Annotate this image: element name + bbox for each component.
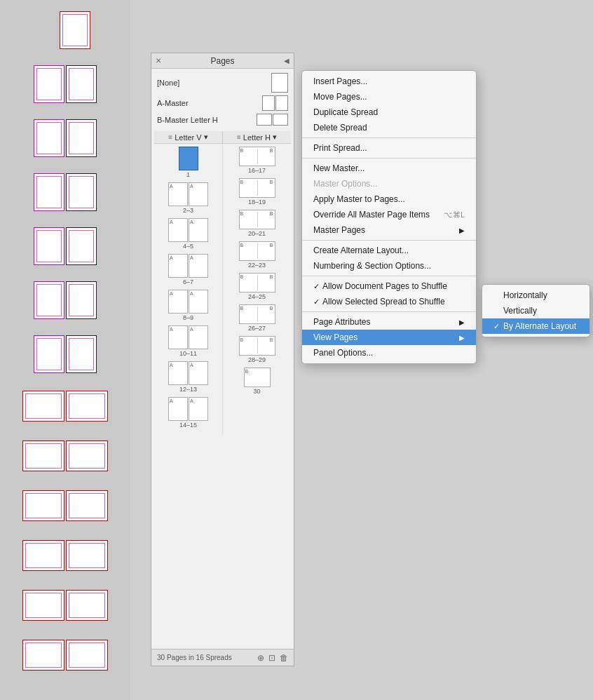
page-spread-18-19[interactable]: B B (239, 178, 275, 198)
spread-1[interactable]: 1 (179, 147, 198, 178)
context-menu: Insert Pages... Move Pages... Duplicate … (301, 70, 477, 364)
page-8[interactable]: A (168, 290, 188, 314)
panel-titlebar: ✕ Pages ◀ (151, 53, 294, 69)
new-page-icon[interactable]: ⊕ (257, 653, 264, 663)
footer-text: 30 Pages in 16 Spreads (157, 654, 232, 661)
master-none[interactable]: [None] (154, 72, 291, 94)
thumb-item[interactable] (3, 4, 127, 56)
page-5[interactable]: A (189, 218, 208, 242)
page-2[interactable]: A (168, 182, 188, 206)
spread-24-25[interactable]: B B 24–25 (239, 273, 275, 300)
page-30[interactable]: B (244, 368, 271, 387)
thumb-item[interactable] (3, 274, 127, 326)
submenu-by-alternate-layout[interactable]: ✓ By Alternate Layout (482, 318, 589, 334)
menu-create-alternate[interactable]: Create Alternate Layout... (302, 243, 476, 258)
thumb-item[interactable] (3, 581, 127, 629)
submenu-horizontally[interactable]: Horizontally (482, 288, 589, 303)
thumb-item[interactable] (3, 220, 127, 272)
menu-new-master[interactable]: New Master... (302, 161, 476, 176)
thumb-item[interactable] (3, 58, 127, 110)
menu-view-pages[interactable]: View Pages ▶ (302, 330, 476, 345)
thumb-item[interactable] (3, 532, 127, 579)
submenu-vertically[interactable]: Vertically (482, 303, 589, 318)
menu-move-pages[interactable]: Move Pages... (302, 89, 476, 105)
sep-3 (302, 240, 476, 241)
pages-col-right: B B 16–17 B B 18–1 (223, 144, 291, 434)
menu-override-master[interactable]: Override All Master Page Items ⌥⌘L (302, 207, 476, 222)
spread-22-23[interactable]: B B 22–23 (239, 241, 275, 269)
col-headers: ≡ Letter V ▾ ≡ Letter H ▾ (154, 131, 291, 144)
page-13[interactable]: A (189, 361, 208, 385)
thumb-item[interactable] (3, 382, 127, 430)
page-spread-24-25[interactable]: B B (239, 273, 275, 292)
thumbnail-panel (0, 0, 130, 700)
thumb-item[interactable] (3, 112, 127, 164)
col-left-label: Letter V (175, 133, 202, 142)
footer-icons: ⊕ ⊡ 🗑 (257, 653, 288, 663)
page-10[interactable]: A (168, 325, 188, 349)
spread-12-13[interactable]: A A 12–13 (168, 361, 208, 393)
master-thumb-a (262, 95, 288, 111)
menu-numbering-section[interactable]: Numbering & Section Options... (302, 258, 476, 274)
spread-10-11[interactable]: A A 10–11 (168, 325, 208, 357)
spread-28-29[interactable]: B B 28–29 (239, 336, 275, 363)
page-12[interactable]: A (168, 361, 188, 385)
thumb-item[interactable] (3, 166, 127, 218)
spread-4-5[interactable]: A A 4–5 (168, 218, 208, 250)
spread-8-9[interactable]: A A 8–9 (168, 290, 208, 321)
menu-insert-pages[interactable]: Insert Pages... (302, 74, 476, 89)
col-right-dropdown[interactable]: ▾ (273, 133, 277, 142)
panel-close-btn[interactable]: ✕ (156, 57, 161, 65)
spread-30[interactable]: B 30 (244, 368, 271, 395)
page-spread-22-23[interactable]: B B (239, 241, 275, 261)
menu-master-pages[interactable]: Master Pages ▶ (302, 222, 476, 238)
thumb-item[interactable] (3, 328, 127, 380)
master-a[interactable]: A-Master (154, 94, 291, 112)
thumb-item[interactable] (3, 631, 127, 679)
page-4[interactable]: A (168, 218, 188, 242)
page-6[interactable]: A (168, 254, 188, 278)
spread-20-21[interactable]: B B 20–21 (239, 210, 275, 237)
spread-14-15[interactable]: A A 14–15 (168, 397, 208, 429)
page-3[interactable]: A (189, 182, 208, 206)
menu-allow-selected-shuffle[interactable]: ✓ Allow Selected Spread to Shuffle (302, 294, 476, 309)
col-header-right[interactable]: ≡ Letter H ▾ (223, 131, 291, 143)
delete-page-icon[interactable]: 🗑 (280, 653, 288, 663)
menu-apply-master[interactable]: Apply Master to Pages... (302, 191, 476, 207)
page-11[interactable]: A (189, 325, 208, 349)
sep-2 (302, 158, 476, 159)
page-spread-16-17[interactable]: B B (239, 147, 275, 166)
page-15[interactable]: A (189, 397, 208, 421)
page-spread-20-21[interactable]: B B (239, 210, 275, 229)
menu-master-options: Master Options... (302, 176, 476, 191)
pages-grid: 1 A A 2–3 A A 4–5 (154, 144, 291, 434)
menu-delete-spread[interactable]: Delete Spread (302, 120, 476, 135)
panel-collapse-btn[interactable]: ◀ (284, 57, 289, 65)
thumb-item[interactable] (3, 432, 127, 480)
menu-print-spread[interactable]: Print Spread... (302, 140, 476, 156)
menu-duplicate-spread[interactable]: Duplicate Spread (302, 105, 476, 120)
spread-16-17[interactable]: B B 16–17 (239, 147, 275, 174)
spread-6-7[interactable]: A A 6–7 (168, 254, 208, 285)
page-spread-28-29[interactable]: B B (239, 336, 275, 356)
page-14[interactable]: A (168, 397, 188, 421)
menu-page-attributes[interactable]: Page Attributes ▶ (302, 314, 476, 330)
spread-18-19[interactable]: B B 18–19 (239, 178, 275, 206)
page-1[interactable] (179, 147, 198, 170)
menu-allow-shuffle[interactable]: ✓ Allow Document Pages to Shuffle (302, 278, 476, 294)
spread-26-27[interactable]: B B 26–27 (239, 304, 275, 332)
spread-2-3[interactable]: A A 2–3 (168, 182, 208, 214)
sep-5 (302, 311, 476, 312)
col-left-dropdown[interactable]: ▾ (204, 133, 208, 142)
col-right-icon: ≡ (237, 133, 241, 141)
thumb-item[interactable] (3, 482, 127, 530)
page-9[interactable]: A (189, 290, 208, 314)
col-right-label: Letter H (243, 133, 271, 142)
page-properties-icon[interactable]: ⊡ (268, 653, 275, 663)
master-b[interactable]: B-Master Letter H (154, 112, 291, 127)
page-7[interactable]: A (189, 254, 208, 278)
menu-panel-options[interactable]: Panel Options... (302, 345, 476, 361)
col-header-left[interactable]: ≡ Letter V ▾ (154, 131, 223, 143)
panel-footer: 30 Pages in 16 Spreads ⊕ ⊡ 🗑 (151, 649, 294, 666)
page-spread-26-27[interactable]: B B (239, 304, 275, 324)
